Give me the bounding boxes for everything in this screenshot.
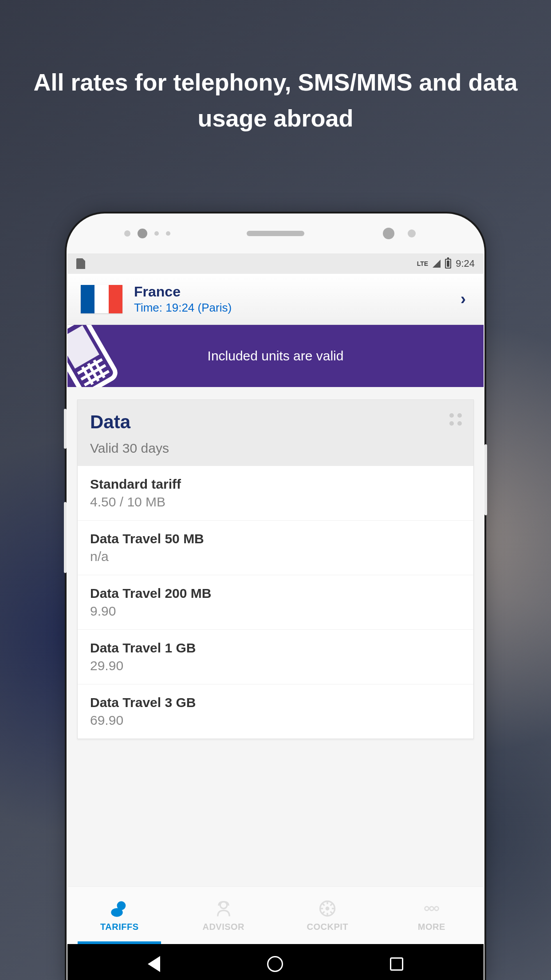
validity-banner: Included units are valid xyxy=(67,325,484,387)
bottom-nav: TARIFFS ADVISOR COCKPIT MORE xyxy=(67,886,484,944)
tariff-name: Data Travel 50 MB xyxy=(90,531,461,546)
card-title: Data xyxy=(90,411,461,433)
tariff-price: n/a xyxy=(90,549,461,564)
tariff-price: 69.90 xyxy=(90,713,461,728)
sd-card-icon xyxy=(76,258,85,269)
svg-point-23 xyxy=(434,907,438,911)
nav-tariffs[interactable]: TARIFFS xyxy=(67,887,172,944)
nav-cockpit[interactable]: COCKPIT xyxy=(276,887,380,944)
phone-mockup: LTE 9:24 France Time: 19:24 (Paris) › In… xyxy=(65,212,486,980)
advisor-icon xyxy=(214,899,233,918)
tariff-name: Data Travel 1 GB xyxy=(90,640,461,656)
tariff-name: Data Travel 3 GB xyxy=(90,695,461,710)
france-flag-icon xyxy=(81,285,122,313)
phone-bezel-top xyxy=(67,213,484,253)
tariff-name: Standard tariff xyxy=(90,477,461,492)
tariff-row[interactable]: Data Travel 3 GB 69.90 xyxy=(78,684,473,739)
nav-label: ADVISOR xyxy=(202,922,244,932)
nav-label: MORE xyxy=(418,922,445,932)
tariff-row[interactable]: Data Travel 50 MB n/a xyxy=(78,520,473,575)
svg-line-19 xyxy=(331,903,333,906)
country-local-time: Time: 19:24 (Paris) xyxy=(134,301,449,315)
svg-point-21 xyxy=(425,907,429,911)
svg-line-20 xyxy=(322,912,325,914)
android-status-bar: LTE 9:24 xyxy=(67,253,484,274)
android-nav-bar xyxy=(67,944,484,980)
nav-advisor[interactable]: ADVISOR xyxy=(172,887,276,944)
tariff-name: Data Travel 200 MB xyxy=(90,586,461,601)
nav-label: COCKPIT xyxy=(307,922,349,932)
android-home-button[interactable] xyxy=(267,956,283,972)
tariff-row[interactable]: Standard tariff 4.50 / 10 MB xyxy=(78,466,473,520)
svg-point-9 xyxy=(111,908,123,917)
chevron-right-icon: › xyxy=(460,290,470,308)
country-name: France xyxy=(134,284,449,300)
status-time: 9:24 xyxy=(456,258,475,269)
tariff-price: 9.90 xyxy=(90,604,461,619)
android-recents-button[interactable] xyxy=(390,957,403,971)
country-selector[interactable]: France Time: 19:24 (Paris) › xyxy=(67,274,484,325)
data-tariff-card: Data Valid 30 days Standard tariff 4.50 … xyxy=(77,399,474,739)
nav-label: TARIFFS xyxy=(100,922,138,932)
svg-point-22 xyxy=(429,907,433,911)
svg-line-17 xyxy=(322,903,325,906)
cockpit-icon xyxy=(318,899,337,918)
marketing-headline: All rates for telephony, SMS/MMS and dat… xyxy=(0,64,551,136)
tariffs-icon xyxy=(110,899,129,918)
card-subtitle: Valid 30 days xyxy=(90,441,461,456)
tariff-price: 4.50 / 10 MB xyxy=(90,494,461,510)
tariff-price: 29.90 xyxy=(90,658,461,673)
nav-more[interactable]: MORE xyxy=(380,887,484,944)
svg-line-18 xyxy=(331,912,333,914)
tariff-row[interactable]: Data Travel 1 GB 29.90 xyxy=(78,629,473,684)
banner-text: Included units are valid xyxy=(208,348,344,364)
drag-handle-icon[interactable] xyxy=(449,413,462,426)
tariff-row[interactable]: Data Travel 200 MB 9.90 xyxy=(78,575,473,629)
svg-point-12 xyxy=(326,907,330,911)
battery-icon xyxy=(445,259,451,269)
network-type: LTE xyxy=(417,260,428,267)
more-icon xyxy=(422,899,441,918)
sim-phone-icon xyxy=(67,325,133,387)
signal-icon xyxy=(433,260,441,268)
android-back-button[interactable] xyxy=(148,956,160,972)
